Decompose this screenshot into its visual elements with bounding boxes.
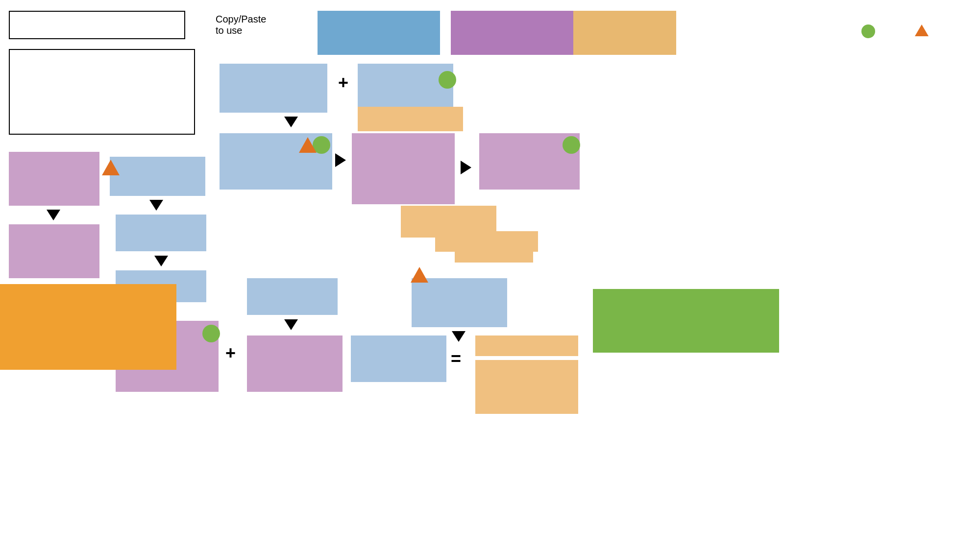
triangle-schedule — [102, 160, 120, 175]
bio-card — [9, 49, 195, 135]
card-schedule-look — [110, 157, 205, 196]
card-talk-professors — [352, 133, 455, 204]
circle-credits — [439, 71, 456, 89]
circle-parents — [563, 136, 580, 154]
triangle-campus — [411, 267, 428, 283]
card-my-parents — [455, 244, 533, 263]
copy-paste-label: Copy/Pasteto use — [216, 14, 266, 36]
triangle-other — [299, 137, 317, 153]
arrow-down-plan — [47, 210, 60, 220]
arrow-down-workload — [154, 256, 168, 266]
plus-icon-2: + — [225, 343, 236, 363]
card-major-change — [593, 289, 779, 353]
arrow-down-campus — [452, 331, 466, 342]
card-prof-like — [247, 278, 338, 315]
legend-triangle-icon — [915, 24, 929, 36]
name-card — [9, 11, 185, 39]
card-enroll-cancel — [9, 224, 99, 278]
arrow-down-1 — [284, 117, 298, 127]
card-workload — [116, 215, 206, 251]
arrow-right-2 — [461, 161, 471, 174]
card-talk-students — [351, 335, 446, 382]
arrow-down-sched — [149, 200, 163, 211]
legend-circle-icon — [861, 24, 875, 38]
card-plan-schedule — [9, 152, 99, 206]
card-remaining-classes — [220, 64, 327, 113]
circle-reach — [202, 325, 220, 342]
col2-header — [451, 11, 573, 55]
arrow-right-1 — [335, 153, 346, 167]
col3-header — [573, 11, 676, 55]
card-classmates — [475, 360, 578, 414]
plus-icon-1: + — [338, 72, 348, 93]
card-lookup-prof — [247, 335, 343, 392]
col1-header — [318, 11, 440, 55]
equals-icon: = — [451, 349, 461, 369]
arrow-down-prof — [284, 319, 298, 330]
card-advisor — [358, 107, 463, 131]
card-credits — [358, 64, 453, 108]
card-missed-class — [0, 284, 176, 370]
card-ratemyprof — [475, 335, 578, 356]
card-on-campus — [412, 278, 507, 327]
